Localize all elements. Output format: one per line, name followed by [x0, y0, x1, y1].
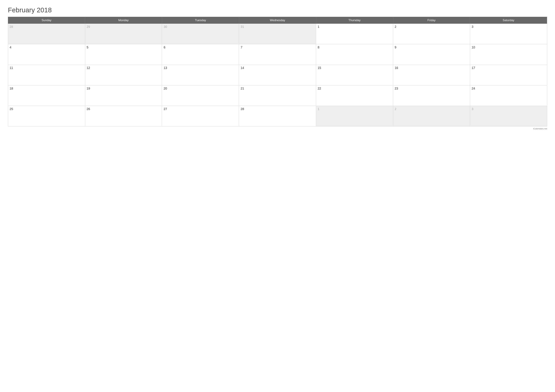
calendar-day-cell[interactable]: 3 — [470, 106, 547, 127]
calendar-day-cell[interactable]: 8 — [316, 44, 393, 65]
weekday-header-sunday: Sunday — [8, 17, 85, 24]
day-number: 3 — [472, 25, 473, 29]
calendar-day-cell[interactable]: 28 — [239, 106, 316, 127]
calendar-day-cell[interactable]: 5 — [85, 44, 162, 65]
calendar-day-cell[interactable]: 18 — [8, 86, 85, 106]
day-number: 25 — [10, 107, 13, 111]
weekday-header-monday: Monday — [85, 17, 162, 24]
calendar-day-cell[interactable]: 17 — [470, 65, 547, 86]
calendar-week-5: 25262728123 — [8, 106, 547, 127]
weekday-header-row: SundayMondayTuesdayWednesdayThursdayFrid… — [8, 17, 547, 24]
calendar-day-cell[interactable]: 1 — [316, 106, 393, 127]
calendar-day-cell[interactable]: 12 — [85, 65, 162, 86]
day-number: 28 — [10, 25, 13, 29]
calendar-day-cell[interactable]: 19 — [85, 86, 162, 106]
day-number: 21 — [241, 87, 244, 90]
day-number: 17 — [472, 66, 475, 70]
calendar-day-cell[interactable]: 4 — [8, 44, 85, 65]
calendar-day-cell[interactable]: 9 — [393, 44, 470, 65]
day-number: 3 — [472, 107, 473, 111]
calendar-day-cell[interactable]: 20 — [162, 86, 239, 106]
calendar-day-cell[interactable]: 6 — [162, 44, 239, 65]
calendar-day-cell[interactable]: 29 — [85, 24, 162, 44]
calendar-week-4: 18192021222324 — [8, 86, 547, 106]
weekday-header-saturday: Saturday — [470, 17, 547, 24]
calendar-day-cell[interactable]: 22 — [316, 86, 393, 106]
day-number: 14 — [241, 66, 244, 70]
calendar-day-cell[interactable]: 3 — [470, 24, 547, 44]
weekday-header-friday: Friday — [393, 17, 470, 24]
day-number: 7 — [241, 46, 242, 49]
day-number: 11 — [10, 66, 13, 70]
day-number: 12 — [87, 66, 90, 70]
day-number: 2 — [395, 107, 396, 111]
calendar-week-3: 11121314151617 — [8, 65, 547, 86]
day-number: 1 — [318, 25, 319, 29]
calendar-day-cell[interactable]: 30 — [162, 24, 239, 44]
calendar-day-cell[interactable]: 7 — [239, 44, 316, 65]
calendar-day-cell[interactable]: 31 — [239, 24, 316, 44]
calendar-day-cell[interactable]: 28 — [8, 24, 85, 44]
day-number: 26 — [87, 107, 90, 111]
calendar-day-cell[interactable]: 16 — [393, 65, 470, 86]
day-number: 5 — [87, 46, 88, 49]
calendar-day-cell[interactable]: 13 — [162, 65, 239, 86]
calendar-day-cell[interactable]: 27 — [162, 106, 239, 127]
calendar-week-2: 45678910 — [8, 44, 547, 65]
day-number: 6 — [164, 46, 165, 49]
calendar-day-cell[interactable]: 24 — [470, 86, 547, 106]
weekday-header-wednesday: Wednesday — [239, 17, 316, 24]
day-number: 28 — [241, 107, 244, 111]
calendar-table: SundayMondayTuesdayWednesdayThursdayFrid… — [8, 17, 547, 127]
day-number: 22 — [318, 87, 321, 90]
calendar-week-1: 28293031123 — [8, 24, 547, 44]
weekday-header-tuesday: Tuesday — [162, 17, 239, 24]
weekday-header-thursday: Thursday — [316, 17, 393, 24]
calendar-day-cell[interactable]: 25 — [8, 106, 85, 127]
day-number: 19 — [87, 87, 90, 90]
day-number: 13 — [164, 66, 167, 70]
calendar-day-cell[interactable]: 26 — [85, 106, 162, 127]
calendar-day-cell[interactable]: 23 — [393, 86, 470, 106]
day-number: 27 — [164, 107, 167, 111]
day-number: 2 — [395, 25, 396, 29]
calendar-day-cell[interactable]: 1 — [316, 24, 393, 44]
calendar-day-cell[interactable]: 21 — [239, 86, 316, 106]
day-number: 1 — [318, 107, 319, 111]
day-number: 10 — [472, 46, 475, 49]
footer-credit: iCalendars.net — [8, 128, 547, 130]
day-number: 18 — [10, 87, 13, 90]
calendar-body: 2829303112345678910111213141516171819202… — [8, 24, 547, 127]
calendar-day-cell[interactable]: 10 — [470, 44, 547, 65]
calendar-day-cell[interactable]: 2 — [393, 106, 470, 127]
day-number: 30 — [164, 25, 167, 29]
day-number: 9 — [395, 46, 396, 49]
day-number: 16 — [395, 66, 398, 70]
calendar-day-cell[interactable]: 11 — [8, 65, 85, 86]
day-number: 20 — [164, 87, 167, 90]
day-number: 23 — [395, 87, 398, 90]
calendar-title: February 2018 — [8, 6, 547, 14]
calendar-day-cell[interactable]: 2 — [393, 24, 470, 44]
calendar-day-cell[interactable]: 15 — [316, 65, 393, 86]
day-number: 4 — [10, 46, 11, 49]
day-number: 29 — [87, 25, 90, 29]
day-number: 8 — [318, 46, 319, 49]
day-number: 15 — [318, 66, 321, 70]
day-number: 24 — [472, 87, 475, 90]
calendar-day-cell[interactable]: 14 — [239, 65, 316, 86]
day-number: 31 — [241, 25, 244, 29]
